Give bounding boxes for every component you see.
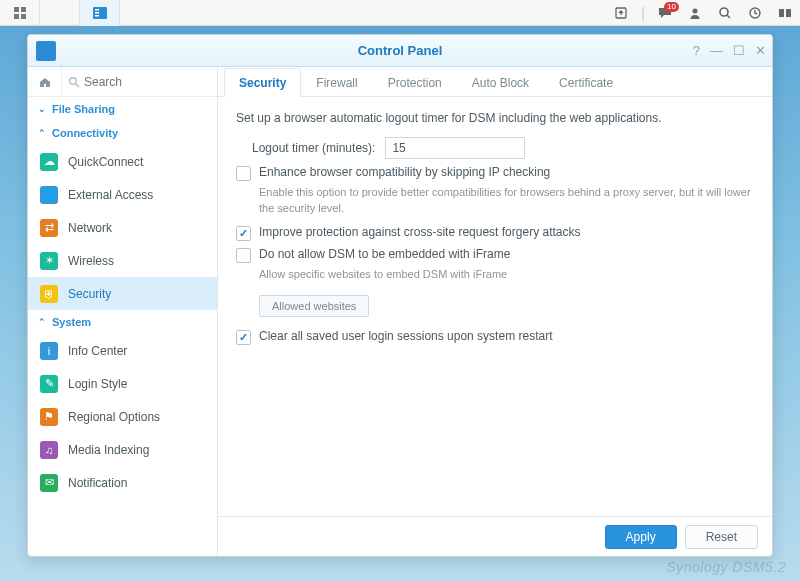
- sidebar-item-label: Wireless: [68, 254, 114, 268]
- checkbox-iframe[interactable]: [236, 248, 251, 263]
- system-taskbar: | 10: [0, 0, 800, 26]
- sidebar-item-label: Notification: [68, 476, 127, 490]
- sidebar-item-security[interactable]: ⛨ Security: [28, 277, 217, 310]
- sidebar-item-info-center[interactable]: i Info Center: [28, 334, 217, 367]
- checkbox-clear-sessions[interactable]: [236, 330, 251, 345]
- sidebar-item-label: Regional Options: [68, 410, 160, 424]
- panel-footer: Apply Reset: [218, 516, 772, 556]
- watermark: Synology DSM5.2: [666, 559, 786, 575]
- user-icon[interactable]: [680, 0, 710, 26]
- home-button[interactable]: [28, 67, 62, 97]
- sidebar-item-notification[interactable]: ✉ Notification: [28, 466, 217, 499]
- sidebar-item-regional-options[interactable]: ⚑ Regional Options: [28, 400, 217, 433]
- sidebar-item-login-style[interactable]: ✎ Login Style: [28, 367, 217, 400]
- sidebar-item-external-access[interactable]: 🌐 External Access: [28, 178, 217, 211]
- window-minimize-icon[interactable]: —: [710, 43, 723, 58]
- pilot-view-icon[interactable]: [770, 0, 800, 26]
- sidebar-item-label: Info Center: [68, 344, 127, 358]
- logout-timer-input[interactable]: [385, 137, 525, 159]
- sidebar-item-label: External Access: [68, 188, 153, 202]
- svg-line-11: [727, 15, 730, 18]
- search-icon[interactable]: [710, 0, 740, 26]
- checkbox-label: Improve protection against cross-site re…: [259, 225, 580, 239]
- reset-button[interactable]: Reset: [685, 525, 758, 549]
- tab-security[interactable]: Security: [224, 68, 301, 97]
- info-icon: i: [40, 342, 58, 360]
- sidebar-item-label: QuickConnect: [68, 155, 143, 169]
- enhance-compat-hint: Enable this option to provide better com…: [259, 185, 754, 217]
- sidebar-item-label: Network: [68, 221, 112, 235]
- svg-rect-7: [95, 15, 99, 17]
- checkbox-label: Enhance browser compatibility by skippin…: [259, 165, 550, 179]
- widgets-icon[interactable]: [740, 0, 770, 26]
- group-label: System: [52, 316, 91, 328]
- apply-button[interactable]: Apply: [605, 525, 677, 549]
- taskbar-apps-button[interactable]: [0, 0, 40, 26]
- sidebar-item-label: Security: [68, 287, 111, 301]
- chat-icon[interactable]: 10: [650, 0, 680, 26]
- notification-badge: 10: [664, 2, 679, 12]
- tab-certificate[interactable]: Certificate: [544, 68, 628, 97]
- globe-icon: 🌐: [40, 186, 58, 204]
- sidebar-item-media-indexing[interactable]: ♫ Media Indexing: [28, 433, 217, 466]
- taskbar-control-panel[interactable]: [80, 0, 120, 26]
- sidebar: ⌄ File Sharing ⌃ Connectivity ☁ QuickCon…: [28, 67, 218, 556]
- checkbox-label: Do not allow DSM to be embedded with iFr…: [259, 247, 510, 261]
- sidebar-item-label: Login Style: [68, 377, 127, 391]
- search-icon: [68, 76, 80, 88]
- checkbox-csrf[interactable]: [236, 226, 251, 241]
- tab-firewall[interactable]: Firewall: [301, 68, 372, 97]
- cloud-icon: ☁: [40, 153, 58, 171]
- svg-point-10: [720, 8, 728, 16]
- chevron-down-icon: ⌄: [38, 104, 46, 114]
- iframe-hint: Allow specific websites to embed DSM wit…: [259, 267, 754, 283]
- window-help-icon[interactable]: ?: [693, 43, 700, 58]
- media-icon: ♫: [40, 441, 58, 459]
- checkbox-enhance-compat[interactable]: [236, 166, 251, 181]
- upload-icon[interactable]: [606, 0, 636, 26]
- svg-rect-5: [95, 9, 99, 11]
- svg-rect-6: [95, 12, 99, 14]
- svg-rect-3: [21, 14, 26, 19]
- window-titlebar[interactable]: Control Panel ? — ☐ ✕: [28, 35, 772, 67]
- group-system[interactable]: ⌃ System: [28, 310, 217, 334]
- sidebar-item-label: Media Indexing: [68, 443, 149, 457]
- speech-icon: ✉: [40, 474, 58, 492]
- svg-line-16: [76, 84, 79, 87]
- tab-protection[interactable]: Protection: [373, 68, 457, 97]
- chevron-up-icon: ⌃: [38, 317, 46, 327]
- group-connectivity[interactable]: ⌃ Connectivity: [28, 121, 217, 145]
- panel-intro: Set up a browser automatic logout timer …: [236, 111, 754, 125]
- allowed-websites-button[interactable]: Allowed websites: [259, 295, 369, 317]
- logout-timer-label: Logout timer (minutes):: [252, 141, 375, 155]
- content-area: Security Firewall Protection Auto Block …: [218, 67, 772, 556]
- svg-rect-13: [779, 9, 784, 17]
- sidebar-item-quickconnect[interactable]: ☁ QuickConnect: [28, 145, 217, 178]
- window-maximize-icon[interactable]: ☐: [733, 43, 745, 58]
- window-title: Control Panel: [28, 43, 772, 58]
- flag-icon: ⚑: [40, 408, 58, 426]
- tab-bar: Security Firewall Protection Auto Block …: [218, 67, 772, 97]
- wifi-icon: ✶: [40, 252, 58, 270]
- window-close-icon[interactable]: ✕: [755, 43, 766, 58]
- group-label: File Sharing: [52, 103, 115, 115]
- tab-auto-block[interactable]: Auto Block: [457, 68, 544, 97]
- palette-icon: ✎: [40, 375, 58, 393]
- search-input[interactable]: [84, 75, 211, 89]
- sidebar-search[interactable]: [62, 75, 217, 89]
- svg-rect-1: [21, 7, 26, 12]
- checkbox-label: Clear all saved user login sessions upon…: [259, 329, 552, 343]
- group-file-sharing[interactable]: ⌄ File Sharing: [28, 97, 217, 121]
- sidebar-item-network[interactable]: ⇄ Network: [28, 211, 217, 244]
- sidebar-item-wireless[interactable]: ✶ Wireless: [28, 244, 217, 277]
- svg-point-9: [693, 8, 698, 13]
- chevron-up-icon: ⌃: [38, 128, 46, 138]
- network-icon: ⇄: [40, 219, 58, 237]
- svg-rect-14: [786, 9, 791, 17]
- svg-point-15: [70, 77, 77, 84]
- svg-rect-0: [14, 7, 19, 12]
- taskbar-divider: |: [636, 0, 650, 26]
- shield-icon: ⛨: [40, 285, 58, 303]
- security-panel: Set up a browser automatic logout timer …: [218, 97, 772, 516]
- group-label: Connectivity: [52, 127, 118, 139]
